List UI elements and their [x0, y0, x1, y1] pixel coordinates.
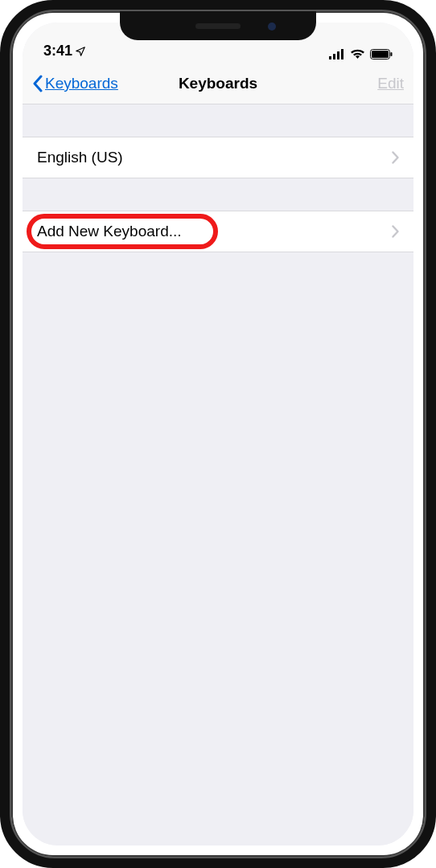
- notch: [120, 11, 316, 40]
- svg-rect-1: [333, 54, 335, 59]
- chevron-right-icon: [392, 151, 399, 164]
- edit-button[interactable]: Edit: [377, 75, 404, 92]
- status-left: 3:41: [43, 43, 86, 59]
- svg-rect-2: [337, 51, 339, 59]
- svg-rect-3: [341, 49, 343, 59]
- back-button[interactable]: Keyboards: [32, 75, 118, 92]
- keyboard-row-english-us[interactable]: English (US): [23, 137, 413, 178]
- chevron-right-icon: [392, 225, 399, 238]
- keyboard-list-group: English (US): [23, 137, 413, 178]
- location-icon: [75, 46, 86, 57]
- svg-rect-5: [372, 51, 389, 58]
- content-area: English (US) Add New Keyboard...: [23, 137, 413, 845]
- svg-rect-0: [329, 56, 331, 59]
- keyboard-label: English (US): [37, 149, 123, 166]
- status-right: [329, 48, 393, 59]
- add-keyboard-group: Add New Keyboard...: [23, 211, 413, 252]
- svg-rect-6: [391, 52, 393, 56]
- add-keyboard-label: Add New Keyboard...: [37, 223, 182, 240]
- back-label: Keyboards: [45, 75, 118, 92]
- screen: 3:41: [23, 23, 413, 845]
- page-title: Keyboards: [179, 75, 257, 92]
- add-new-keyboard-row[interactable]: Add New Keyboard...: [23, 211, 413, 252]
- status-time: 3:41: [43, 43, 72, 59]
- nav-bar: Keyboards Keyboards Edit: [23, 63, 413, 104]
- back-chevron-icon: [32, 75, 43, 92]
- cellular-icon: [329, 49, 345, 59]
- battery-icon: [370, 49, 393, 59]
- wifi-icon: [350, 48, 365, 59]
